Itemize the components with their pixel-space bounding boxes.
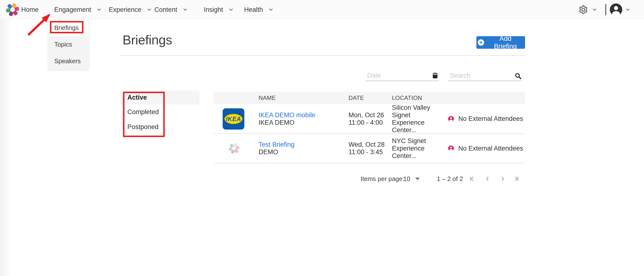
items-per-page-label: Items per page:: [360, 175, 404, 183]
briefing-location: NYC Signet: [392, 137, 446, 145]
topbar-divider: [606, 4, 606, 15]
column-header-name: NAME: [258, 92, 276, 104]
settings-menu[interactable]: [578, 0, 596, 19]
chevron-down-icon: [184, 9, 187, 11]
search-filter-field: [448, 72, 522, 81]
pinwheel-logo-faded-icon: [228, 142, 240, 155]
briefing-location-2: Experience Center...: [392, 119, 446, 134]
briefing-name-link[interactable]: IKEA DEMO mobile: [258, 112, 316, 119]
attendees-cell: No External Attendees: [448, 104, 523, 134]
table-row[interactable]: IKEA IKEA DEMO mobile IKEA DEMO Mon, Oct…: [214, 104, 525, 134]
status-tab-list: Active Completed Postponed: [120, 90, 200, 134]
briefing-name-link[interactable]: Test Briefing: [258, 141, 294, 148]
calendar-icon[interactable]: [432, 72, 438, 80]
status-tab-postponed[interactable]: Postponed: [120, 120, 200, 134]
table-row[interactable]: Test Briefing DEMO Wed, Oct 28 11:00 - 3…: [214, 134, 525, 163]
title-divider: [120, 55, 525, 56]
menu-item-label: Briefings: [54, 24, 79, 32]
menu-item-speakers[interactable]: Speakers: [48, 53, 89, 70]
briefing-subtitle: IKEA DEMO: [258, 119, 316, 126]
top-nav-bar: Home Engagement Experience Content Insig…: [0, 0, 644, 20]
search-input[interactable]: [448, 72, 522, 80]
chevron-down-icon: [98, 9, 101, 11]
location-cell: Silicon Valley Signet Experience Center.…: [392, 104, 446, 134]
status-tab-label: Completed: [127, 108, 159, 116]
status-tab-active[interactable]: Active: [120, 90, 200, 104]
add-briefing-label: Add Briefing: [487, 35, 524, 50]
search-icon[interactable]: [514, 72, 522, 80]
nav-item-home[interactable]: Home: [21, 0, 38, 19]
pagination-range: 1 – 2 of 2: [437, 175, 463, 183]
menu-item-topics[interactable]: Topics: [48, 36, 89, 53]
last-page-icon[interactable]: [513, 176, 520, 182]
nav-label: Home: [21, 6, 38, 14]
brand-pinwheel-logo[interactable]: [6, 3, 19, 16]
briefing-date: Mon, Oct 26: [348, 112, 384, 119]
briefing-logo: IKEA: [223, 104, 244, 134]
table-header-row: NAME DATE LOCATION: [214, 92, 525, 104]
ikea-logo-icon: IKEA: [223, 108, 244, 130]
location-cell: NYC Signet Experience Center...: [392, 134, 446, 163]
nav-item-experience[interactable]: Experience: [109, 0, 151, 19]
name-cell: Test Briefing DEMO: [258, 134, 294, 163]
menu-item-briefings[interactable]: Briefings: [48, 20, 89, 36]
chevron-down-icon: [230, 9, 233, 11]
gear-icon[interactable]: [578, 4, 588, 15]
add-briefing-button[interactable]: + Add Briefing: [476, 36, 525, 49]
nav-label: Engagement: [54, 6, 91, 14]
date-cell: Mon, Oct 26 11:00 - 4:00: [348, 104, 384, 134]
briefing-location: Silicon Valley Signet: [392, 104, 446, 119]
first-page-icon[interactable]: [469, 176, 476, 182]
account-menu[interactable]: [610, 0, 630, 19]
page-title: Briefings: [122, 32, 172, 47]
briefing-time: 11:00 - 4:00: [348, 119, 384, 126]
chevron-down-icon: [269, 9, 272, 11]
nav-item-health[interactable]: Health: [244, 0, 272, 19]
briefing-date: Wed, Oct 28: [348, 141, 385, 148]
attendees-text: No External Attendees: [458, 145, 523, 152]
avatar-icon[interactable]: [610, 4, 622, 16]
chevron-down-icon: [626, 8, 630, 12]
name-cell: IKEA DEMO mobile IKEA DEMO: [258, 104, 316, 134]
chevron-down-icon: [148, 9, 151, 11]
menu-item-label: Topics: [54, 41, 72, 48]
nav-label: Health: [244, 6, 263, 14]
items-per-page-select[interactable]: 10: [403, 175, 410, 183]
briefing-subtitle: DEMO: [258, 148, 294, 156]
status-tab-label: Active: [127, 94, 147, 101]
date-cell: Wed, Oct 28 11:00 - 3:45: [348, 134, 385, 163]
date-filter-field: [366, 72, 439, 81]
left-edge-shade: [0, 19, 12, 276]
column-header-date: DATE: [348, 92, 364, 104]
briefing-location-2: Experience Center...: [392, 145, 446, 160]
briefings-table: NAME DATE LOCATION IKEA IKEA DEMO mobile…: [214, 92, 525, 163]
svg-text:IKEA: IKEA: [226, 116, 241, 122]
column-header-location: LOCATION: [392, 92, 422, 104]
nav-item-insight[interactable]: Insight: [204, 0, 233, 19]
next-page-icon[interactable]: [499, 176, 506, 182]
nav-item-content[interactable]: Content: [154, 0, 187, 19]
nav-label: Content: [154, 6, 177, 14]
attendees-cell: No External Attendees: [448, 134, 523, 163]
chevron-down-icon: [593, 8, 596, 12]
nav-item-engagement[interactable]: Engagement: [54, 0, 101, 19]
briefing-logo: [228, 134, 240, 163]
date-input[interactable]: [366, 72, 439, 80]
nav-label: Insight: [204, 6, 223, 14]
previous-page-icon[interactable]: [484, 176, 491, 182]
menu-item-label: Speakers: [54, 58, 81, 65]
plus-circle-icon: +: [478, 39, 484, 46]
attendee-person-icon: [448, 145, 454, 152]
attendee-person-icon: [448, 116, 454, 122]
status-tab-completed[interactable]: Completed: [120, 104, 200, 120]
nav-label: Experience: [109, 6, 141, 14]
briefing-time: 11:00 - 3:45: [348, 148, 385, 156]
status-tab-label: Postponed: [127, 123, 158, 131]
engagement-dropdown-menu: Briefings Topics Speakers: [48, 20, 89, 70]
app-window: Home Engagement Experience Content Insig…: [0, 0, 644, 276]
attendees-text: No External Attendees: [458, 115, 523, 122]
select-arrow-icon[interactable]: [415, 178, 420, 180]
